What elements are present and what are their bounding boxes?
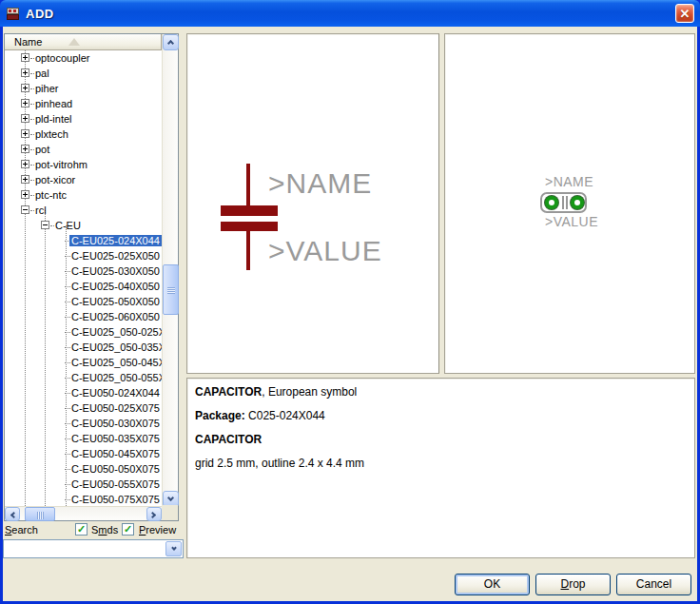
preview-label[interactable]: Preview — [139, 524, 176, 536]
tree-item[interactable]: ptc-ntc — [5, 187, 162, 203]
smds-label[interactable]: Smds — [91, 524, 118, 536]
tree-item-label[interactable]: plxtech — [35, 128, 68, 140]
tree-item-label[interactable]: C-EU050-075X075 — [71, 494, 160, 505]
tree-connector-dash — [65, 408, 70, 409]
tree-item-label[interactable]: C-EU050-055X075 — [71, 478, 160, 490]
tree-item[interactable]: C-EU025-060X050 — [5, 309, 162, 324]
search-label: Search — [5, 524, 38, 536]
tree-item-label[interactable]: C-EU025_050-035X0 — [71, 341, 162, 353]
tree-item-label[interactable]: piher — [35, 83, 58, 94]
horizontal-scrollbar-thumb[interactable] — [25, 507, 55, 521]
collapse-icon[interactable] — [41, 221, 49, 229]
tree-connector-dash — [65, 347, 70, 348]
smds-checkbox[interactable]: ✓ — [75, 523, 88, 536]
tree-item[interactable]: C-EU025-030X050 — [5, 263, 162, 279]
tree-item[interactable]: rcl — [5, 203, 162, 218]
tree-item[interactable]: C-EU050-035X075 — [5, 431, 162, 446]
tree-item-label[interactable]: C-EU025_050-025X0 — [71, 326, 162, 338]
tree-item[interactable]: C-EU025-050X050 — [5, 294, 162, 309]
tree-item[interactable]: C-EU025_050-045X0 — [5, 355, 162, 370]
tree-item-label[interactable]: C-EU025-025X050 — [71, 250, 160, 262]
tree-item-label[interactable]: C-EU025-040X050 — [71, 281, 160, 292]
expand-icon[interactable] — [21, 145, 29, 153]
expand-icon[interactable] — [21, 190, 29, 199]
tree-item-label[interactable]: pot-xicor — [35, 174, 75, 185]
tree-item[interactable]: pot-vitrohm — [5, 157, 162, 172]
tree-item[interactable]: C-EU050-075X075 — [5, 492, 162, 506]
tree-item-label[interactable]: C-EU — [55, 220, 81, 231]
tree-item-label[interactable]: pinhead — [35, 98, 72, 109]
ok-button[interactable]: OK — [455, 574, 530, 595]
tree-item[interactable]: C-EU025-024X044 — [5, 233, 162, 248]
scroll-right-button[interactable] — [146, 507, 162, 521]
tree-item[interactable]: piher — [5, 81, 162, 96]
tree-item-label[interactable]: C-EU025-030X050 — [71, 265, 160, 277]
tree-item[interactable]: plxtech — [5, 127, 162, 142]
tree-item-label[interactable]: C-EU025_050-055X0 — [71, 372, 162, 383]
close-button[interactable]: ✕ — [675, 4, 694, 23]
tree-item-label[interactable]: C-EU050-045X075 — [71, 448, 160, 459]
expand-icon[interactable] — [21, 160, 29, 168]
tree-item[interactable]: pinhead — [5, 96, 162, 111]
capacitor-symbol — [246, 231, 250, 270]
tree-item-label[interactable]: C-EU025_050-045X0 — [71, 357, 162, 368]
expand-icon[interactable] — [21, 129, 29, 138]
tree-item-label[interactable]: C-EU050-050X075 — [71, 463, 160, 475]
tree-item-label[interactable]: pld-intel — [35, 113, 72, 125]
tree-item[interactable]: C-EU025-025X050 — [5, 248, 162, 263]
tree-connector-dash — [30, 58, 34, 59]
scroll-up-button[interactable] — [163, 34, 179, 50]
vertical-scrollbar-thumb[interactable] — [163, 264, 179, 315]
tree-connector-dash — [65, 362, 70, 363]
tree-item[interactable]: C-EU025_050-035X0 — [5, 340, 162, 355]
package-outline — [540, 192, 587, 213]
tree-item-label[interactable]: rcl — [35, 205, 47, 216]
cancel-button[interactable]: Cancel — [616, 574, 691, 595]
tree-item[interactable]: C-EU050-055X075 — [5, 477, 162, 492]
tree-item[interactable]: C-EU050-045X075 — [5, 446, 162, 461]
expand-icon[interactable] — [21, 68, 29, 77]
search-input[interactable] — [5, 541, 165, 556]
tree-item[interactable]: pld-intel — [5, 111, 162, 127]
tree-horizontal-scrollbar[interactable] — [5, 506, 162, 520]
tree-connector-dash — [30, 180, 34, 181]
tree-item[interactable]: C-EU025_050-055X0 — [5, 370, 162, 385]
expand-icon[interactable] — [21, 53, 29, 62]
tree-connector-dash — [65, 256, 70, 257]
check-icon: ✓ — [124, 524, 132, 535]
expand-icon[interactable] — [21, 175, 29, 184]
tree-item[interactable]: C-EU — [5, 218, 162, 233]
tree-item[interactable]: C-EU025-040X050 — [5, 279, 162, 294]
tree-item-label[interactable]: C-EU050-024X044 — [71, 387, 160, 399]
tree-item[interactable]: C-EU025_050-025X0 — [5, 324, 162, 340]
tree-item-label[interactable]: C-EU050-025X075 — [71, 402, 160, 414]
tree-item-label[interactable]: pot — [35, 144, 49, 155]
tree-item[interactable]: pal — [5, 66, 162, 81]
scroll-left-button[interactable] — [5, 507, 20, 521]
drop-button[interactable]: Drop — [535, 574, 611, 595]
tree-vertical-scrollbar[interactable] — [162, 34, 178, 507]
tree-item-label[interactable]: C-EU025-060X050 — [71, 311, 160, 322]
tree-item-label-selected[interactable]: C-EU025-024X044 — [69, 235, 162, 246]
tree-item-label[interactable]: C-EU050-035X075 — [71, 433, 160, 444]
tree-item[interactable]: C-EU050-025X075 — [5, 400, 162, 416]
tree-column-header-name[interactable]: Name — [5, 34, 162, 50]
tree-item[interactable]: pot-xicor — [5, 172, 162, 187]
combo-dropdown-button[interactable] — [165, 541, 182, 556]
tree-item-label[interactable]: pot-vitrohm — [35, 159, 88, 170]
expand-icon[interactable] — [21, 99, 29, 107]
tree-item-label[interactable]: optocoupler — [35, 52, 90, 64]
tree-item[interactable]: C-EU050-050X075 — [5, 461, 162, 477]
tree-item[interactable]: C-EU050-030X075 — [5, 416, 162, 431]
tree-item[interactable]: optocoupler — [5, 50, 162, 66]
tree-item-label[interactable]: C-EU025-050X050 — [71, 296, 160, 307]
collapse-icon[interactable] — [21, 205, 29, 214]
tree-item[interactable]: pot — [5, 142, 162, 157]
tree-item-label[interactable]: ptc-ntc — [35, 189, 67, 201]
expand-icon[interactable] — [21, 114, 29, 123]
expand-icon[interactable] — [21, 84, 29, 92]
tree-item-label[interactable]: C-EU050-030X075 — [71, 418, 160, 429]
tree-item[interactable]: C-EU050-024X044 — [5, 385, 162, 400]
preview-checkbox[interactable]: ✓ — [122, 523, 134, 536]
tree-item-label[interactable]: pal — [35, 68, 49, 79]
